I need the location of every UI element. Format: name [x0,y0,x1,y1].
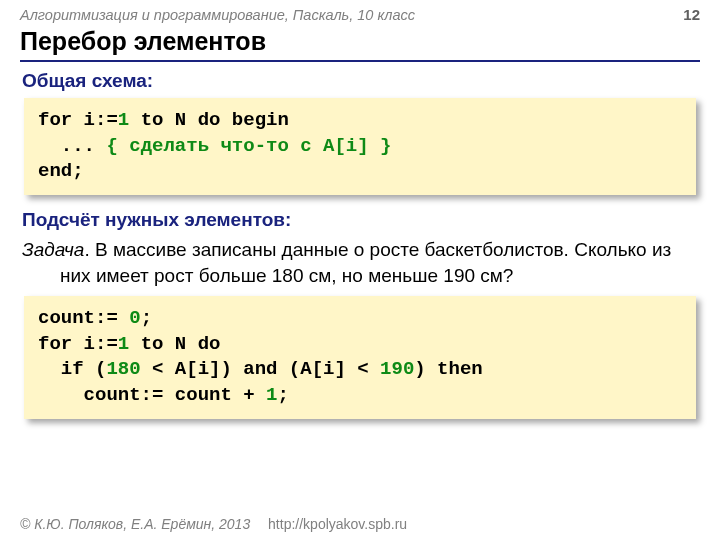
code-text: count:= [38,307,129,329]
section-heading-1: Общая схема: [22,70,698,92]
code-number: 1 [118,109,129,131]
code-text: to N do begin [129,109,289,131]
header: Алгоритмизация и программирование, Паска… [0,0,720,25]
task-label: Задача [22,239,84,260]
code-block-1: for i:=1 to N do begin ... { сделать что… [24,98,696,195]
page-title: Перебор элементов [20,27,700,62]
code-text: ; [277,384,288,406]
code-text: end; [38,160,84,182]
code-text: for i:= [38,333,118,355]
code-number: 190 [380,358,414,380]
code-number: 1 [118,333,129,355]
code-number: 180 [106,358,140,380]
code-text: ; [141,307,152,329]
code-text: ... [38,135,106,157]
task-paragraph: Задача. В массиве записаны данные о рост… [22,237,698,288]
code-text: to N do [129,333,220,355]
code-text: if ( [38,358,106,380]
code-comment: { сделать что-то с A[i] } [106,135,391,157]
code-text: count:= count + [38,384,266,406]
code-number: 0 [129,307,140,329]
code-text: ) then [414,358,482,380]
footer-copyright: © К.Ю. Поляков, Е.А. Ерёмин, 2013 [20,516,250,532]
code-text: < A[i]) and (A[i] < [141,358,380,380]
page-number: 12 [683,6,700,23]
code-text: for i:= [38,109,118,131]
task-text: В массиве записаны данные о росте баскет… [60,239,671,286]
course-title: Алгоритмизация и программирование, Паска… [20,7,415,23]
code-block-2: count:= 0; for i:=1 to N do if (180 < A[… [24,296,696,419]
footer: © К.Ю. Поляков, Е.А. Ерёмин, 2013 http:/… [0,510,720,540]
code-number: 1 [266,384,277,406]
footer-url: http://kpolyakov.spb.ru [268,516,407,532]
content: Общая схема: for i:=1 to N do begin ... … [0,62,720,419]
section-heading-2: Подсчёт нужных элементов: [22,209,698,231]
task-dot: . [84,239,95,260]
